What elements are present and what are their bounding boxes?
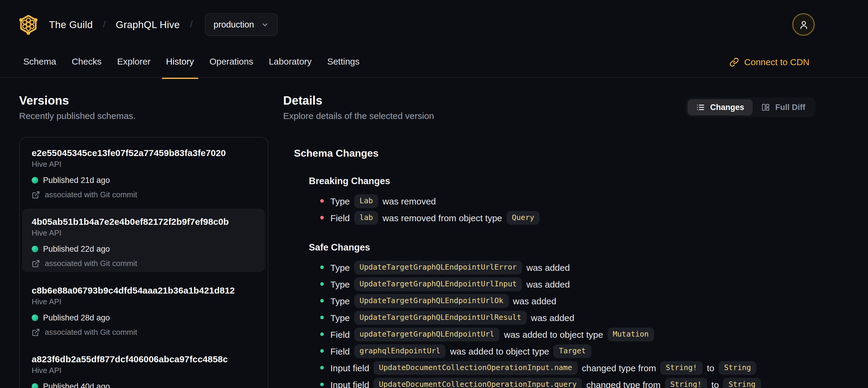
- change-item: Type Lab was removed: [320, 192, 815, 209]
- full-diff-toggle-button[interactable]: Full Diff: [753, 99, 814, 115]
- link-icon: [730, 57, 739, 67]
- version-git-commit-link[interactable]: associated with Git commit: [32, 258, 256, 268]
- version-git-label: associated with Git commit: [45, 258, 137, 268]
- version-hash: c8b6e88a06793b9c4dfd54aaa21b36a1b421d812: [32, 285, 256, 296]
- schema-changes-title: Schema Changes: [294, 148, 815, 160]
- user-avatar[interactable]: [792, 13, 815, 36]
- version-card[interactable]: 4b05ab51b1b4a7e2e4b0ef82172f2b9f7ef98c0b…: [22, 209, 265, 272]
- version-status: Published 28d ago: [32, 313, 256, 323]
- tab-settings[interactable]: Settings: [319, 52, 367, 79]
- header: The Guild / GraphQL Hive / production Sc…: [0, 0, 868, 78]
- chevron-down-icon: [261, 21, 269, 28]
- breadcrumb-project[interactable]: GraphQL Hive: [116, 19, 180, 30]
- versions-subtitle: Recently published schemas.: [19, 111, 268, 121]
- bullet-icon: [320, 299, 324, 302]
- bullet-icon: [320, 199, 324, 203]
- breadcrumb-org[interactable]: The Guild: [49, 19, 93, 30]
- tab-history[interactable]: History: [158, 52, 202, 79]
- changes-toggle-button[interactable]: Changes: [687, 99, 752, 115]
- version-published-label: Published 22d ago: [43, 244, 110, 254]
- change-item: Type UpdateTargetGraphQLEndpointUrlResul…: [320, 309, 815, 326]
- app-window: The Guild / GraphQL Hive / production Sc…: [0, 0, 868, 388]
- code-chip: String: [723, 378, 761, 388]
- breadcrumb-separator: /: [190, 19, 193, 30]
- version-card[interactable]: c8b6e88a06793b9c4dfd54aaa21b36a1b421d812…: [22, 277, 265, 341]
- change-group-breaking: Breaking ChangesType Lab was removedFiel…: [309, 175, 815, 226]
- change-text-fragment: to: [709, 379, 721, 388]
- details-panel: Details Explore details of the selected …: [268, 78, 815, 388]
- bullet-icon: [320, 383, 324, 386]
- change-text-fragment: changed type from: [580, 363, 659, 373]
- change-text-fragment: Type: [330, 262, 352, 272]
- change-text: Field graphqlEndpointUrl was added to ob…: [330, 344, 593, 358]
- version-git-commit-link[interactable]: associated with Git commit: [32, 189, 256, 200]
- code-chip: String: [719, 361, 756, 375]
- code-chip: lab: [354, 211, 378, 225]
- tab-bar: SchemaChecksExplorerHistoryOperationsLab…: [0, 52, 868, 79]
- version-published-label: Published 28d ago: [43, 313, 110, 323]
- version-service: Hive API: [32, 366, 256, 376]
- code-chip: updateTargetGraphQLEndpointUrl: [354, 327, 500, 341]
- details-header-row: Details Explore details of the selected …: [283, 78, 815, 121]
- bullet-icon: [320, 316, 324, 319]
- change-item: Type UpdateTargetGraphQLEndpointUrlError…: [320, 259, 815, 276]
- code-chip: Lab: [354, 194, 378, 208]
- tab-list: SchemaChecksExplorerHistoryOperationsLab…: [16, 52, 367, 79]
- change-text-fragment: was added: [524, 279, 569, 289]
- columns-icon: [761, 103, 770, 112]
- change-group-heading: Safe Changes: [309, 241, 815, 253]
- change-item: Type UpdateTargetGraphQLEndpointUrlInput…: [320, 276, 815, 292]
- external-link-icon: [32, 190, 40, 199]
- version-service: Hive API: [32, 160, 256, 169]
- published-dot-icon: [32, 246, 38, 252]
- change-item: Input field UpdateDocumentCollectionOper…: [320, 359, 815, 376]
- connect-to-cdn-button[interactable]: Connect to CDN: [730, 52, 809, 67]
- bullet-icon: [320, 265, 324, 269]
- target-select[interactable]: production: [205, 13, 278, 36]
- version-card[interactable]: a823f6db2a55df877dcf406006abca97fcc4858c…: [22, 346, 265, 388]
- change-text: Type UpdateTargetGraphQLEndpointUrlError…: [330, 260, 570, 274]
- tab-operations[interactable]: Operations: [202, 52, 261, 79]
- list-icon: [696, 103, 705, 112]
- change-text: Type UpdateTargetGraphQLEndpointUrlInput…: [330, 277, 570, 291]
- version-list: e2e55045345ce13fe07f52a77459b83fa3fe7020…: [19, 137, 268, 388]
- change-text-fragment: Field: [330, 212, 352, 223]
- change-text-fragment: was added: [524, 262, 569, 272]
- code-chip: Mutation: [608, 327, 654, 341]
- change-text-fragment: changed type from: [584, 379, 663, 388]
- change-text-fragment: was added: [528, 312, 574, 323]
- version-hash: a823f6db2a55df877dcf406006abca97fcc4858c: [32, 354, 256, 365]
- connect-to-cdn-label: Connect to CDN: [744, 57, 809, 67]
- change-text-fragment: was added to object type: [501, 329, 606, 339]
- change-text-fragment: was added to object type: [447, 346, 552, 356]
- change-item: Field updateTargetGraphQLEndpointUrl was…: [320, 326, 815, 342]
- external-link-icon: [32, 259, 40, 268]
- details-heading-block: Details Explore details of the selected …: [283, 78, 434, 121]
- code-chip: UpdateTargetGraphQLEndpointUrlError: [354, 260, 522, 274]
- tab-checks[interactable]: Checks: [64, 52, 109, 79]
- schema-changes-section: Schema Changes Breaking ChangesType Lab …: [294, 148, 815, 388]
- change-text-fragment: was removed from object type: [380, 212, 505, 223]
- change-text: Type UpdateTargetGraphQLEndpointUrlOk wa…: [330, 294, 556, 307]
- published-dot-icon: [32, 177, 38, 183]
- version-hash: e2e55045345ce13fe07f52a77459b83fa3fe7020: [32, 148, 256, 158]
- change-item: Field graphqlEndpointUrl was added to ob…: [320, 342, 815, 359]
- tab-schema[interactable]: Schema: [16, 52, 64, 79]
- version-git-commit-link[interactable]: associated with Git commit: [32, 327, 256, 337]
- breadcrumb-separator: /: [103, 19, 106, 30]
- change-text-fragment: was removed: [380, 196, 436, 206]
- change-text: Field lab was removed from object type Q…: [330, 211, 541, 225]
- tab-explorer[interactable]: Explorer: [109, 52, 158, 79]
- tab-laboratory[interactable]: Laboratory: [261, 52, 319, 79]
- change-group-safe: Safe ChangesType UpdateTargetGraphQLEndp…: [309, 241, 815, 388]
- hive-logo-icon[interactable]: [18, 13, 39, 36]
- code-chip: String!: [660, 361, 703, 375]
- view-toggle: Changes Full Diff: [685, 97, 815, 117]
- change-list: Type UpdateTargetGraphQLEndpointUrlError…: [309, 259, 815, 388]
- version-status: Published 21d ago: [32, 175, 256, 185]
- change-group-heading: Breaking Changes: [309, 175, 815, 186]
- code-chip: String!: [665, 378, 707, 388]
- code-chip: UpdateTargetGraphQLEndpointUrlResult: [354, 310, 527, 324]
- version-card[interactable]: e2e55045345ce13fe07f52a77459b83fa3fe7020…: [22, 140, 265, 203]
- change-text: Input field UpdateDocumentCollectionOper…: [330, 361, 758, 375]
